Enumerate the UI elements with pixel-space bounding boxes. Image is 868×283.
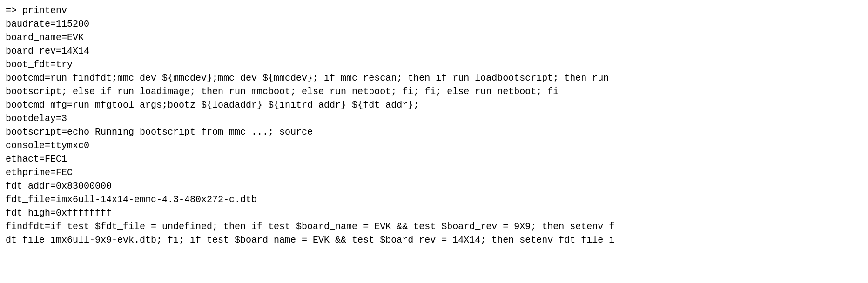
terminal-output: => printenv baudrate=115200 board_name=E…	[6, 4, 862, 247]
